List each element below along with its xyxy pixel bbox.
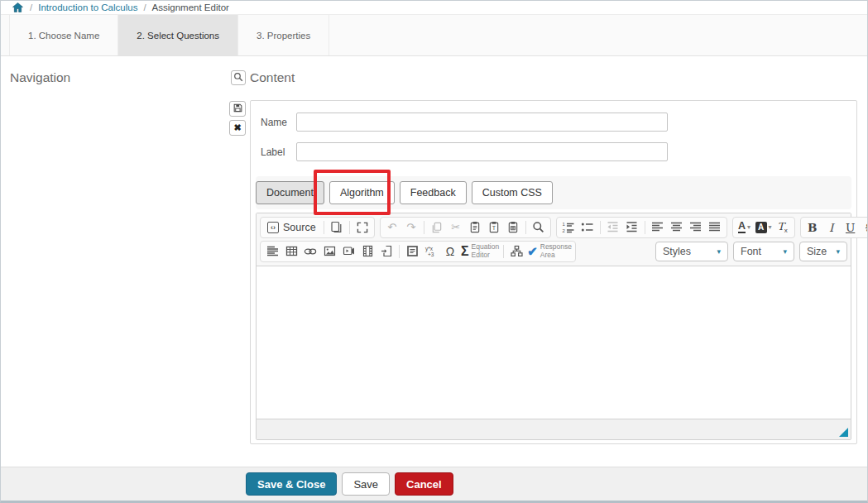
bold-icon[interactable]: B [803, 218, 822, 237]
align-left-icon[interactable] [649, 218, 667, 237]
tab-feedback[interactable]: Feedback [400, 181, 467, 204]
text-block-icon[interactable] [403, 242, 421, 261]
editor-tab-strip: Document Algorithm Feedback Custom CSS [256, 176, 851, 209]
wizard-steps-bar: 1. Choose Name 2. Select Questions 3. Pr… [1, 14, 867, 56]
editor-content-area[interactable] [257, 266, 851, 419]
rich-text-editor: ‹› Source ↶ ↷ [256, 213, 851, 440]
close-item-button[interactable]: ✖ [229, 120, 246, 136]
outdent-icon[interactable] [604, 218, 622, 237]
save-item-button[interactable] [229, 101, 246, 117]
save-and-close-button[interactable]: Save & Close [246, 472, 337, 496]
breadcrumb-separator: / [30, 2, 32, 12]
content-panel: Name Label Document Algorithm Feedback C… [250, 100, 857, 444]
source-button[interactable]: ‹› Source [263, 218, 320, 237]
insert-file-icon[interactable] [377, 242, 396, 261]
algorithmic-variable-icon[interactable]: y*x+3 [422, 242, 440, 261]
label-field-row: Label [261, 142, 856, 161]
table-icon[interactable] [282, 242, 300, 261]
find-icon[interactable] [530, 218, 548, 237]
bottom-action-bar: Save & Close Save Cancel [1, 467, 867, 501]
wizard-step-choose-name[interactable]: 1. Choose Name [9, 15, 117, 55]
filmstrip-icon[interactable] [358, 242, 376, 261]
editor-toolbar: ‹› Source ↶ ↷ [257, 213, 851, 266]
paste-icon[interactable] [466, 218, 484, 237]
svg-text:+3: +3 [428, 252, 434, 257]
indent-icon[interactable] [623, 218, 641, 237]
copy-icon[interactable] [428, 218, 446, 237]
font-dropdown[interactable]: Font▾ [733, 242, 794, 261]
response-check-icon: ✔ [527, 244, 538, 259]
editor-resize-handle[interactable] [839, 428, 848, 437]
label-input[interactable] [296, 142, 668, 161]
italic-icon[interactable]: I [822, 218, 841, 237]
name-field-label: Name [261, 117, 287, 128]
toolbar-group-colors: A▾ A▾ Tx [732, 217, 795, 238]
redo-icon[interactable]: ↷ [402, 218, 420, 237]
name-input[interactable] [296, 113, 668, 132]
size-dropdown[interactable]: Size▾ [799, 242, 847, 261]
tab-document[interactable]: Document [256, 181, 324, 204]
editor-status-bar [257, 419, 851, 439]
toolbar-row-1: ‹› Source ↶ ↷ [260, 216, 847, 238]
align-right-icon[interactable] [687, 218, 705, 237]
assignment-editor-page: / Introduction to Calculus / Assignment … [0, 0, 868, 503]
cancel-button[interactable]: Cancel [395, 472, 453, 496]
toolbar-group-insert: y*x+3 Ω Σ Equation Editor ✔ [260, 241, 576, 262]
home-icon[interactable] [12, 2, 24, 12]
underline-icon[interactable]: U [842, 218, 860, 237]
content-side-buttons: ✖ [229, 101, 246, 136]
name-field-row: Name [261, 113, 856, 132]
toolbar-group-paragraph: 12 [556, 217, 727, 238]
horizontal-line-icon[interactable] [263, 242, 281, 261]
response-area-label: Response Area [540, 243, 572, 259]
svg-text:2: 2 [563, 228, 566, 233]
maximize-icon[interactable] [353, 218, 372, 237]
equation-editor-button[interactable]: Σ Equation Editor [460, 242, 500, 261]
align-center-icon[interactable] [668, 218, 686, 237]
tab-custom-css[interactable]: Custom CSS [472, 181, 553, 204]
content-title: Content [250, 70, 295, 85]
special-character-icon[interactable]: Ω [441, 242, 459, 261]
equation-editor-label: Equation Editor [472, 243, 500, 259]
breadcrumb-separator: / [143, 2, 146, 12]
background-color-icon[interactable]: A▾ [755, 218, 773, 237]
wizard-step-select-questions[interactable]: 2. Select Questions [117, 15, 237, 55]
toolbar-row-2: y*x+3 Ω Σ Equation Editor ✔ [260, 240, 847, 262]
media-embed-icon[interactable] [339, 242, 357, 261]
link-icon[interactable] [301, 242, 319, 261]
navigation-title: Navigation [10, 70, 70, 85]
close-icon: ✖ [233, 123, 241, 132]
toolbar-group-basicstyles: B I U S x2 x2 [800, 217, 868, 238]
toolbar-group-document: ‹› Source [260, 217, 375, 238]
breadcrumb: / Introduction to Calculus / Assignment … [1, 1, 867, 14]
justify-icon[interactable] [706, 218, 724, 237]
content-header: Content [231, 70, 295, 85]
svg-text:T: T [492, 225, 496, 231]
toolbar-group-clipboard: ↶ ↷ ✂ T [380, 217, 551, 238]
floppy-disk-icon [233, 102, 243, 117]
numbered-list-icon[interactable]: 12 [559, 218, 578, 237]
search-icon [233, 70, 243, 85]
sigma-icon: Σ [461, 244, 469, 259]
content-search-button[interactable] [231, 70, 246, 85]
save-button[interactable]: Save [342, 472, 390, 496]
undo-icon[interactable]: ↶ [383, 218, 401, 237]
wizard-step-properties[interactable]: 3. Properties [237, 15, 329, 55]
strikethrough-icon[interactable]: S [861, 218, 868, 237]
breadcrumb-link-course[interactable]: Introduction to Calculus [38, 2, 137, 12]
text-color-icon[interactable]: A▾ [736, 218, 754, 237]
tab-algorithm[interactable]: Algorithm [329, 181, 395, 204]
paste-text-icon[interactable]: T [485, 218, 503, 237]
sitemap-icon[interactable] [507, 242, 525, 261]
styles-dropdown[interactable]: Styles▾ [655, 242, 728, 261]
bullet-list-icon[interactable] [578, 218, 597, 237]
paste-from-word-icon[interactable] [504, 218, 522, 237]
cut-icon[interactable]: ✂ [447, 218, 465, 237]
remove-format-icon[interactable]: Tx [774, 218, 792, 237]
label-field-label: Label [261, 146, 287, 158]
templates-icon[interactable] [328, 218, 346, 237]
source-code-icon: ‹› [267, 222, 279, 233]
response-area-button[interactable]: ✔ Response Area [526, 242, 573, 261]
svg-text:1: 1 [563, 222, 566, 227]
image-icon[interactable] [320, 242, 338, 261]
